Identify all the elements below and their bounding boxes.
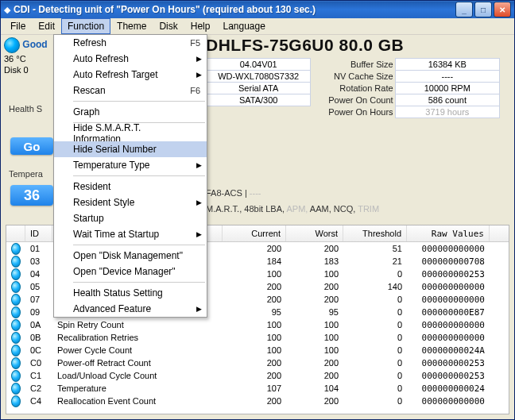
row-attr-name: Load/Unload Cycle Count [52,371,223,380]
menu-separator [73,282,205,283]
th-status[interactable] [6,225,25,241]
status-dot-icon [11,268,21,280]
menu-item-label: Auto Refresh Target [73,69,158,80]
row-status-cell [6,357,25,369]
menu-item[interactable]: Graph [54,104,207,120]
status-dot-icon [11,281,21,293]
row-raw: 000000000253 [407,371,490,381]
menu-item[interactable]: Wait Time at Startup▶ [54,226,207,242]
row-threshold: 0 [343,295,407,304]
app-icon: ◆ [4,5,10,15]
table-row[interactable]: 0BRecalibration Retries10010000000000000… [6,331,509,344]
menu-item[interactable]: RefreshF5 [54,35,207,51]
row-worst: 200 [286,244,343,253]
row-worst: 200 [286,371,343,380]
nvcache-value: ---- [395,71,499,83]
th-worst[interactable]: Worst [286,225,343,241]
menu-item[interactable]: Advanced Feature▶ [54,301,207,317]
status-dot-icon [11,256,21,268]
table-row[interactable]: C1Load/Unload Cycle Count200200000000000… [6,369,509,382]
menu-item-label: Resident Style [73,197,134,208]
table-row[interactable]: C0Power-off Retract Count200200000000000… [6,356,509,369]
nvcache-label: NV Cache Size [311,71,395,83]
menu-item[interactable]: Resident Style▶ [54,195,207,210]
menu-help[interactable]: Help [184,18,217,34]
menu-function[interactable]: Function [61,18,110,34]
menu-item[interactable]: Open "Device Manager" [54,264,207,279]
submenu-arrow-icon: ▶ [196,161,202,169]
menu-item-label: Refresh [73,37,106,48]
menu-item-label: Open "Device Manager" [73,266,176,277]
menu-item-label: Temperature Type [73,160,150,171]
th-current[interactable]: Current [223,225,286,241]
menu-disk[interactable]: Disk [153,18,184,34]
status-dot-icon [11,357,21,369]
menu-edit[interactable]: Edit [32,18,61,34]
row-attr-name: Recalibration Retries [52,333,223,342]
mode-value: SATA/300 [207,94,311,106]
row-status-cell [6,243,25,255]
submenu-arrow-icon: ▶ [196,55,202,63]
th-id[interactable]: ID [25,225,52,241]
menu-item-shortcut: F5 [190,38,200,48]
row-attr-name: Power Cycle Count [52,345,223,355]
maximize-button[interactable]: □ [474,2,492,17]
status-temp-label: 36 °C [4,54,26,64]
table-row[interactable]: C4Reallocation Event Count20020000000000… [6,395,509,407]
row-raw: 000000000253 [407,269,490,279]
row-id: 05 [25,282,52,291]
row-attr-name: Power-off Retract Count [52,358,223,368]
row-id: C1 [25,371,52,380]
row-raw: 000000000024 [407,383,490,394]
row-current: 107 [223,383,286,393]
menu-item-label: Wait Time at Startup [73,229,159,240]
menu-file[interactable]: File [4,18,32,34]
row-id: 01 [25,244,52,253]
table-row[interactable]: C2Temperature1071040000000000024 [6,382,509,395]
row-status-cell [6,319,25,331]
status-dot-icon [11,383,21,395]
menu-separator [73,175,205,176]
table-row[interactable]: 0CPower Cycle Count100100000000000024A [6,344,509,356]
row-status-cell [6,294,25,306]
menu-item[interactable]: Auto Refresh Target▶ [54,67,207,83]
feature-line-1: FA8-ACS | ---- [206,188,261,198]
row-current: 200 [223,358,286,368]
menu-item[interactable]: Hide S.M.A.R.T. Information [54,125,207,141]
row-current: 184 [223,256,286,266]
menu-item[interactable]: Hide Serial Number [54,141,207,157]
menu-item[interactable]: Startup [54,210,207,226]
row-worst: 200 [286,358,343,368]
menu-item[interactable]: Resident [54,179,207,195]
status-dot-icon [11,395,21,407]
menu-item[interactable]: Health Status Setting [54,285,207,301]
temperature-label: Tempera [9,169,43,179]
menu-item[interactable]: Auto Refresh▶ [54,51,207,67]
table-row[interactable]: 0ASpin Retry Count1001000000000000000 [6,318,509,331]
menu-item-label: Auto Refresh [73,53,129,64]
menu-item[interactable]: RescanF6 [54,83,207,98]
interface-value: Serial ATA [207,83,311,94]
row-id: 0B [25,333,52,342]
menu-theme[interactable]: Theme [110,18,153,34]
minimize-button[interactable]: _ [455,2,473,17]
row-raw: 000000000E87 [407,307,490,318]
th-threshold[interactable]: Threshold [343,225,407,241]
row-current: 200 [223,244,286,253]
menu-item[interactable]: Open "Disk Management" [54,248,207,264]
menu-item[interactable]: Temperature Type▶ [54,157,207,173]
th-raw[interactable]: Raw Values [407,225,490,241]
menu-language[interactable]: Language [216,18,271,34]
row-raw: 000000000000 [407,282,490,292]
row-status-cell [6,256,25,268]
menu-item-label: Startup [73,213,104,224]
close-button[interactable]: ✕ [494,2,511,17]
serial-value: WD-WXL7080S7332 [207,71,311,83]
row-id: 0C [25,345,52,355]
row-raw: 000000000000 [407,295,490,305]
health-status-label: Health S [9,104,42,114]
rotation-label: Rotation Rate [311,83,395,94]
row-raw: 000000000000 [407,320,490,330]
row-threshold: 0 [343,333,407,342]
titlebar: ◆ CDI - Detecting unit of "Power On Hour… [1,1,514,18]
